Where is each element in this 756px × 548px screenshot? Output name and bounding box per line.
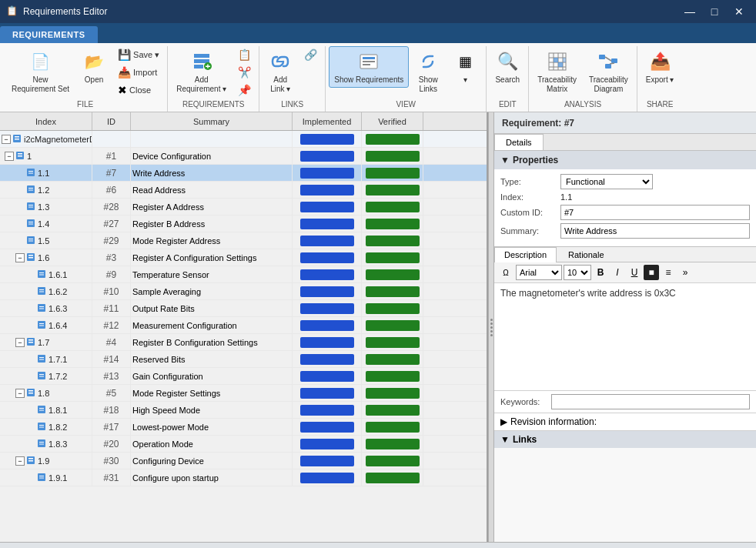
- table-row[interactable]: −i2cMagnetometerDri...: [0, 131, 487, 148]
- table-row[interactable]: −1#1Device Configuration: [0, 148, 487, 165]
- table-row[interactable]: 1.8.2#17Lowest-power Mode: [0, 419, 487, 436]
- req-action-2-button[interactable]: ✂️: [233, 64, 256, 81]
- revision-row[interactable]: ▶ Revision information:: [494, 413, 756, 431]
- links-section[interactable]: ▼ Links: [494, 431, 756, 448]
- table-row[interactable]: −1.7#4Register B Configuration Settings: [0, 334, 487, 351]
- verified-bar: [366, 269, 420, 280]
- table-row[interactable]: −1.8#5Mode Register Settings: [0, 385, 487, 402]
- table-row[interactable]: 1.9.1#31Configure upon startup: [0, 469, 487, 486]
- table-row[interactable]: 1.6.4#12Measurement Configuration: [0, 317, 487, 334]
- id-cell: #20: [92, 436, 131, 452]
- table-row[interactable]: 1.2#6Read Address: [0, 182, 487, 199]
- collapse-button[interactable]: −: [15, 456, 25, 466]
- id-cell: #1: [92, 148, 131, 164]
- description-content[interactable]: The magnetometer's write address is 0x3C: [494, 283, 756, 391]
- table-row[interactable]: 1.8.3#20Operation Mode: [0, 436, 487, 453]
- show-requirements-button[interactable]: Show Requirements: [329, 46, 409, 88]
- details-tab[interactable]: Details: [494, 134, 544, 150]
- summary-row: Summary:: [500, 223, 750, 239]
- verified-cell: [362, 402, 423, 418]
- table-row[interactable]: 1.4#27Register B Address: [0, 216, 487, 232]
- row-icon: [26, 219, 35, 229]
- font-size-select[interactable]: 10: [564, 265, 591, 280]
- ribbon-group-view: Show Requirements ShowLinks ▦ ▾ VI: [326, 46, 487, 112]
- new-requirement-set-button[interactable]: 📄 NewRequirement Set: [6, 46, 75, 97]
- svg-rect-30: [18, 153, 22, 155]
- table-row[interactable]: 1.8.1#18High Speed Mode: [0, 402, 487, 419]
- svg-rect-57: [39, 306, 44, 307]
- summary-input[interactable]: [560, 223, 750, 239]
- implemented-cell: [293, 385, 362, 401]
- table-row[interactable]: 1.6.2#10Sample Averaging: [0, 283, 487, 300]
- align-button[interactable]: ≡: [661, 265, 676, 280]
- traceability-matrix-button[interactable]: TraceabilityMatrix: [532, 46, 582, 97]
- font-family-select[interactable]: Arial: [516, 265, 562, 280]
- view-options-button[interactable]: ▦ ▾: [447, 46, 483, 88]
- collapse-button[interactable]: −: [15, 253, 25, 262]
- collapse-button[interactable]: −: [5, 152, 14, 161]
- id-cell: #14: [92, 351, 131, 367]
- req-action-3-button[interactable]: 📌: [233, 82, 256, 99]
- rationale-tab[interactable]: Rationale: [558, 247, 614, 262]
- index-text: 1.1: [38, 169, 49, 178]
- custom-id-label: Custom ID:: [500, 208, 556, 217]
- svg-rect-69: [39, 374, 44, 375]
- svg-rect-37: [28, 189, 33, 190]
- type-select[interactable]: Functional: [560, 174, 653, 189]
- maximize-button[interactable]: □: [704, 3, 725, 20]
- traceability-diagram-button[interactable]: TraceabilityDiagram: [584, 46, 634, 97]
- table-row[interactable]: 1.3#28Register A Address: [0, 199, 487, 216]
- bold-button[interactable]: B: [593, 265, 608, 280]
- save-button[interactable]: 💾 Save ▾: [113, 46, 164, 63]
- close-button[interactable]: ✕: [728, 3, 750, 20]
- requirements-tab[interactable]: REQUIREMENTS: [0, 26, 98, 43]
- table-row[interactable]: 1.1#7Write Address: [0, 165, 487, 182]
- index-text: 1.8.1: [49, 406, 67, 415]
- minimize-button[interactable]: —: [679, 3, 701, 20]
- table-row[interactable]: 1.7.2#13Gain Configuration: [0, 368, 487, 385]
- add-link-button[interactable]: AddLink ▾: [263, 46, 298, 97]
- traceability-matrix-label: TraceabilityMatrix: [537, 75, 577, 94]
- close-file-label: Close: [129, 85, 151, 95]
- table-row[interactable]: 1.6.3#11Output Rate Bits: [0, 300, 487, 317]
- table-row[interactable]: 1.6.1#9Temperature Sensor: [0, 266, 487, 283]
- collapse-button[interactable]: −: [15, 389, 25, 398]
- table-row[interactable]: 1.5#29Mode Register Address: [0, 232, 487, 249]
- index-cell: 1.2: [0, 182, 92, 198]
- rte-special-btn[interactable]: Ω: [497, 265, 514, 280]
- italic-button[interactable]: I: [610, 265, 625, 280]
- summary-label: Summary:: [500, 226, 556, 236]
- req-action-1-button[interactable]: 📋: [233, 46, 256, 63]
- collapse-button[interactable]: −: [2, 135, 11, 144]
- search-button[interactable]: 🔍 Search: [490, 46, 525, 88]
- properties-header[interactable]: ▼ Properties: [494, 151, 756, 169]
- custom-id-input[interactable]: [560, 205, 750, 220]
- table-row[interactable]: −1.9#30Configuring Device: [0, 453, 487, 469]
- import-button[interactable]: 📥 Import: [113, 64, 164, 81]
- splitter[interactable]: [488, 112, 494, 542]
- export-button[interactable]: 📤 Export ▾: [641, 46, 680, 88]
- underline-button[interactable]: U: [627, 265, 642, 280]
- id-cell: #31: [92, 469, 131, 486]
- text-color-button[interactable]: ■: [644, 265, 659, 280]
- implemented-bar: [300, 354, 354, 365]
- description-tab[interactable]: Description: [494, 247, 557, 262]
- show-links-button[interactable]: ShowLinks: [410, 46, 446, 97]
- implemented-cell: [293, 351, 362, 367]
- keywords-input[interactable]: [551, 394, 750, 409]
- save-label: Save ▾: [133, 50, 159, 60]
- close-file-button[interactable]: ✖ Close: [113, 82, 164, 99]
- index-cell: 1.8.1: [0, 402, 92, 418]
- verified-cell: [362, 351, 423, 367]
- open-button[interactable]: 📂 Open: [76, 46, 112, 88]
- table-row[interactable]: −1.6#3Register A Configuration Settings: [0, 249, 487, 266]
- implemented-bar: [300, 151, 354, 162]
- verified-bar: [366, 337, 420, 348]
- more-button[interactable]: »: [677, 265, 693, 280]
- add-requirement-button[interactable]: AddRequirement ▾: [171, 46, 232, 97]
- table-row[interactable]: 1.7.1#14Reserved Bits: [0, 351, 487, 368]
- row-icon: [26, 252, 35, 263]
- collapse-button[interactable]: −: [15, 338, 25, 347]
- implemented-cell: [293, 199, 362, 215]
- link-action-button[interactable]: 🔗: [299, 46, 322, 63]
